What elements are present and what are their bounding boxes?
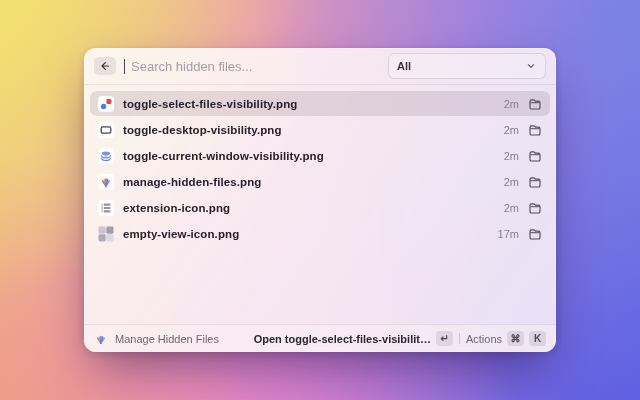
checkerboard-icon bbox=[98, 226, 114, 242]
folder-icon bbox=[528, 97, 542, 111]
app-burst-icon bbox=[94, 332, 108, 346]
file-name: manage-hidden-files.png bbox=[123, 176, 261, 188]
file-name: empty-view-icon.png bbox=[123, 228, 239, 240]
hidden-files-burst-icon bbox=[98, 174, 114, 190]
search-header: All bbox=[84, 48, 556, 85]
modified-time: 17m bbox=[498, 228, 519, 240]
command-key-icon: ⌘ bbox=[507, 331, 524, 346]
filter-dropdown-value: All bbox=[397, 60, 411, 72]
filter-dropdown[interactable]: All bbox=[388, 53, 546, 79]
folder-icon bbox=[528, 175, 542, 189]
modified-time: 2m bbox=[504, 202, 519, 214]
primary-action-button[interactable]: Open toggle-select-files-visibilit… ↵ bbox=[254, 331, 453, 346]
actions-menu-button[interactable]: Actions ⌘ K bbox=[466, 331, 546, 346]
primary-action-label: Open toggle-select-files-visibilit… bbox=[254, 333, 431, 345]
list-item[interactable]: empty-view-icon.png 17m bbox=[90, 221, 550, 246]
actions-label: Actions bbox=[466, 333, 502, 345]
list-item[interactable]: manage-hidden-files.png 2m bbox=[90, 169, 550, 194]
window-stack-icon bbox=[98, 148, 114, 164]
footer-actions: Open toggle-select-files-visibilit… ↵ Ac… bbox=[254, 331, 546, 346]
folder-icon bbox=[528, 123, 542, 137]
search-input[interactable] bbox=[129, 58, 380, 75]
list-item[interactable]: toggle-desktop-visibility.png 2m bbox=[90, 117, 550, 142]
chevron-down-icon bbox=[525, 60, 537, 72]
extension-grid-icon bbox=[98, 200, 114, 216]
select-files-icon bbox=[98, 96, 114, 112]
arrow-left-icon bbox=[99, 60, 111, 72]
file-list: toggle-select-files-visibility.png 2m to… bbox=[84, 85, 556, 252]
list-item[interactable]: toggle-select-files-visibility.png 2m bbox=[90, 91, 550, 116]
list-item[interactable]: toggle-current-window-visibility.png 2m bbox=[90, 143, 550, 168]
folder-icon bbox=[528, 201, 542, 215]
k-key-icon: K bbox=[529, 331, 546, 346]
action-bar: Manage Hidden Files Open toggle-select-f… bbox=[84, 324, 556, 352]
modified-time: 2m bbox=[504, 150, 519, 162]
file-name: toggle-desktop-visibility.png bbox=[123, 124, 282, 136]
return-key-icon: ↵ bbox=[436, 331, 453, 346]
footer-divider bbox=[459, 333, 460, 344]
back-button[interactable] bbox=[94, 57, 116, 75]
file-name: toggle-current-window-visibility.png bbox=[123, 150, 324, 162]
modified-time: 2m bbox=[504, 176, 519, 188]
folder-icon bbox=[528, 149, 542, 163]
launcher-window: All toggle-select-files-visibility.png 2… bbox=[84, 48, 556, 352]
list-item[interactable]: extension-icon.png 2m bbox=[90, 195, 550, 220]
app-name: Manage Hidden Files bbox=[115, 333, 219, 345]
text-caret bbox=[124, 59, 125, 74]
file-name: toggle-select-files-visibility.png bbox=[123, 98, 297, 110]
file-name: extension-icon.png bbox=[123, 202, 230, 214]
modified-time: 2m bbox=[504, 124, 519, 136]
desktop-window-icon bbox=[98, 122, 114, 138]
folder-icon bbox=[528, 227, 542, 241]
modified-time: 2m bbox=[504, 98, 519, 110]
